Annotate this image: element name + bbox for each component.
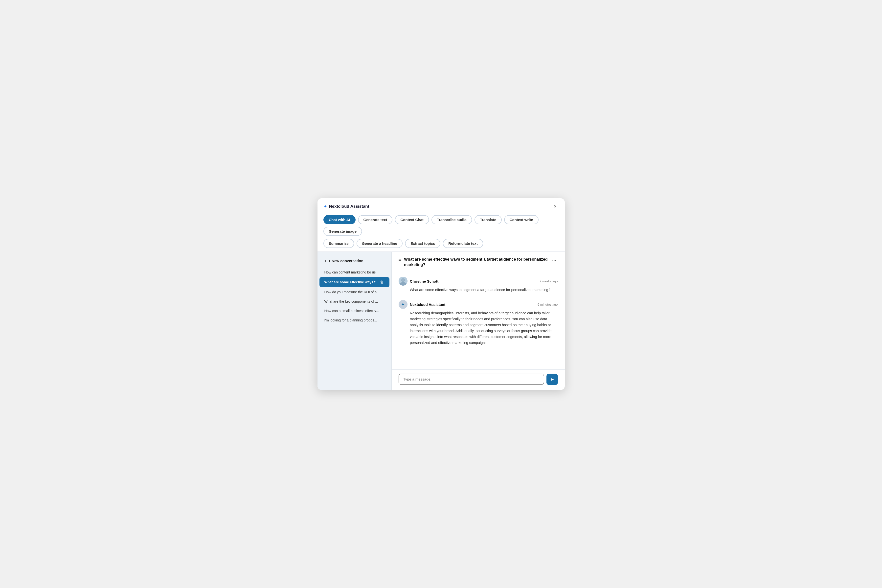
modal-header: ✦ Nextcloud Assistant × (318, 198, 565, 213)
conversation-text: How can content marketing be us... (324, 270, 379, 274)
tab-generate-text[interactable]: Generate text (358, 215, 393, 224)
tab-context-chat[interactable]: Context Chat (395, 215, 429, 224)
sparkle-avatar-icon: ✦ (401, 302, 405, 308)
delete-icon[interactable]: 🗑 (379, 280, 384, 285)
chat-title-text: What are some effective ways to segment … (404, 256, 548, 268)
message-input[interactable] (399, 374, 544, 385)
conversation-item[interactable]: I'm looking for a planning propos... (320, 316, 390, 325)
tab-summarize[interactable]: Summarize (323, 239, 354, 248)
message-assistant: ✦ Nextcloud Assistant 9 minutes ago Rese… (399, 300, 558, 346)
send-button[interactable]: ➤ (546, 374, 558, 385)
conversation-item-active[interactable]: What are some effective ways t... 🗑 (320, 277, 390, 287)
message-content-assistant: Researching demographics, interests, and… (399, 310, 558, 346)
message-time: 2 weeks ago (540, 279, 558, 283)
tab-extract-topics[interactable]: Extract topics (405, 239, 440, 248)
send-icon: ➤ (550, 376, 554, 382)
conversation-item[interactable]: How can a small business effectiv... (320, 306, 390, 315)
tab-reformulate-text[interactable]: Reformulate text (443, 239, 483, 248)
conversation-text: I'm looking for a planning propos... (324, 318, 377, 322)
avatar (399, 277, 408, 286)
new-conversation-label: + New conversation (328, 259, 363, 263)
conversation-item[interactable]: How can content marketing be us... (320, 268, 390, 277)
conversation-text: What are the key components of ... (324, 300, 378, 303)
more-options-button[interactable]: ··· (550, 256, 558, 263)
message-sender-assistant: Nextcloud Assistant (410, 302, 446, 307)
new-conversation-button[interactable]: + + New conversation (320, 256, 390, 266)
svg-point-3 (402, 279, 405, 282)
messages-area: Christine Schott 2 weeks ago What are so… (392, 271, 565, 369)
close-button[interactable]: × (552, 203, 559, 210)
modal-body: + + New conversation How can content mar… (318, 252, 565, 390)
message-content-user: What are some effective ways to segment … (399, 287, 558, 293)
list-icon: ≡ (399, 257, 401, 262)
chat-title-left: ≡ What are some effective ways to segmen… (399, 256, 548, 268)
chat-title-bar: ≡ What are some effective ways to segmen… (392, 252, 565, 272)
conversation-text: How can a small business effectiv... (324, 309, 379, 313)
tab-chat-with-ai[interactable]: Chat with AI (323, 215, 356, 224)
tab-context-write[interactable]: Context write (504, 215, 538, 224)
chat-area: ≡ What are some effective ways to segmen… (392, 252, 565, 390)
conversation-item[interactable]: What are the key components of ... (320, 297, 390, 306)
conversation-text: How do you measure the ROI of a... (324, 290, 380, 294)
plus-icon: + (324, 259, 327, 263)
avatar-assistant: ✦ (399, 300, 408, 309)
message-sender-name: Christine Schott (410, 279, 439, 284)
message-header: Christine Schott 2 weeks ago (399, 277, 558, 286)
tabs-row-2: Summarize Generate a headline Extract to… (318, 237, 565, 252)
sidebar: + + New conversation How can content mar… (318, 252, 392, 390)
message-user: Christine Schott 2 weeks ago What are so… (399, 277, 558, 293)
modal-title: Nextcloud Assistant (329, 204, 369, 209)
nextcloud-assistant-modal: ✦ Nextcloud Assistant × Chat with AI Gen… (318, 198, 565, 390)
tab-transcribe-audio[interactable]: Transcribe audio (432, 215, 472, 224)
modal-title-wrap: ✦ Nextcloud Assistant (323, 204, 369, 209)
conversation-item[interactable]: How do you measure the ROI of a... (320, 288, 390, 297)
conversation-text-active: What are some effective ways t... (324, 280, 379, 284)
sparkle-icon: ✦ (323, 204, 327, 209)
tabs-row-1: Chat with AI Generate text Context Chat … (318, 213, 565, 237)
tab-generate-image[interactable]: Generate image (323, 227, 362, 236)
message-time-assistant: 9 minutes ago (537, 303, 558, 306)
input-area: ➤ (392, 369, 565, 390)
tab-translate[interactable]: Translate (474, 215, 502, 224)
tab-generate-headline[interactable]: Generate a headline (357, 239, 403, 248)
message-header-assistant: ✦ Nextcloud Assistant 9 minutes ago (399, 300, 558, 309)
